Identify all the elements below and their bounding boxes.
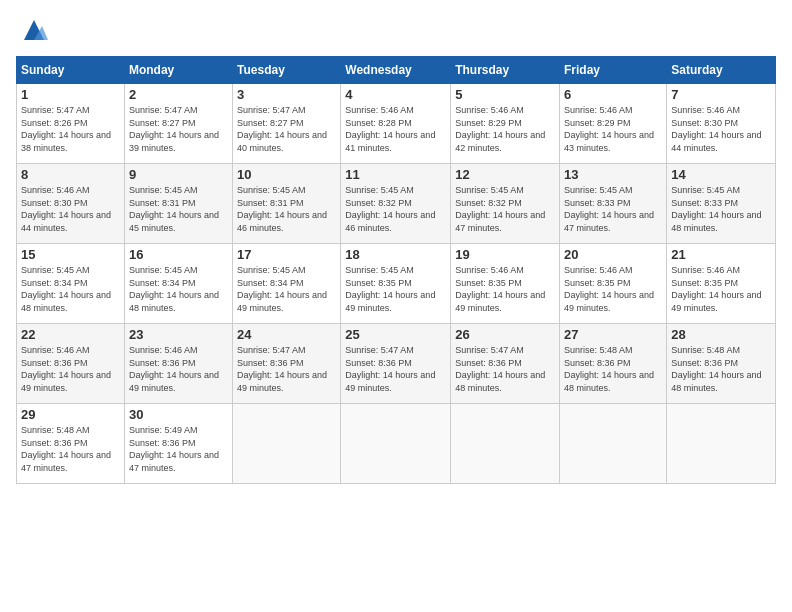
day-info: Sunrise: 5:45 AMSunset: 8:33 PMDaylight:… <box>564 184 662 234</box>
day-info: Sunrise: 5:46 AMSunset: 8:35 PMDaylight:… <box>564 264 662 314</box>
day-info: Sunrise: 5:47 AMSunset: 8:36 PMDaylight:… <box>455 344 555 394</box>
day-number: 11 <box>345 167 446 182</box>
day-number: 5 <box>455 87 555 102</box>
day-info: Sunrise: 5:47 AMSunset: 8:36 PMDaylight:… <box>345 344 446 394</box>
calendar-cell: 2Sunrise: 5:47 AMSunset: 8:27 PMDaylight… <box>124 84 232 164</box>
day-info: Sunrise: 5:47 AMSunset: 8:26 PMDaylight:… <box>21 104 120 154</box>
calendar-cell: 5Sunrise: 5:46 AMSunset: 8:29 PMDaylight… <box>451 84 560 164</box>
calendar-cell <box>667 404 776 484</box>
calendar-cell <box>451 404 560 484</box>
calendar-week-1: 1Sunrise: 5:47 AMSunset: 8:26 PMDaylight… <box>17 84 776 164</box>
day-info: Sunrise: 5:45 AMSunset: 8:33 PMDaylight:… <box>671 184 771 234</box>
day-info: Sunrise: 5:45 AMSunset: 8:31 PMDaylight:… <box>237 184 336 234</box>
calendar: SundayMondayTuesdayWednesdayThursdayFrid… <box>16 56 776 484</box>
calendar-header-row: SundayMondayTuesdayWednesdayThursdayFrid… <box>17 57 776 84</box>
calendar-cell: 27Sunrise: 5:48 AMSunset: 8:36 PMDayligh… <box>560 324 667 404</box>
calendar-cell: 1Sunrise: 5:47 AMSunset: 8:26 PMDaylight… <box>17 84 125 164</box>
calendar-cell: 3Sunrise: 5:47 AMSunset: 8:27 PMDaylight… <box>233 84 341 164</box>
calendar-cell: 4Sunrise: 5:46 AMSunset: 8:28 PMDaylight… <box>341 84 451 164</box>
calendar-cell: 8Sunrise: 5:46 AMSunset: 8:30 PMDaylight… <box>17 164 125 244</box>
day-number: 25 <box>345 327 446 342</box>
logo <box>16 16 48 44</box>
calendar-cell: 21Sunrise: 5:46 AMSunset: 8:35 PMDayligh… <box>667 244 776 324</box>
day-info: Sunrise: 5:46 AMSunset: 8:36 PMDaylight:… <box>129 344 228 394</box>
day-number: 9 <box>129 167 228 182</box>
day-info: Sunrise: 5:47 AMSunset: 8:36 PMDaylight:… <box>237 344 336 394</box>
calendar-cell: 7Sunrise: 5:46 AMSunset: 8:30 PMDaylight… <box>667 84 776 164</box>
calendar-cell: 23Sunrise: 5:46 AMSunset: 8:36 PMDayligh… <box>124 324 232 404</box>
calendar-cell: 30Sunrise: 5:49 AMSunset: 8:36 PMDayligh… <box>124 404 232 484</box>
calendar-cell: 28Sunrise: 5:48 AMSunset: 8:36 PMDayligh… <box>667 324 776 404</box>
day-info: Sunrise: 5:45 AMSunset: 8:34 PMDaylight:… <box>21 264 120 314</box>
day-number: 22 <box>21 327 120 342</box>
calendar-cell: 18Sunrise: 5:45 AMSunset: 8:35 PMDayligh… <box>341 244 451 324</box>
day-info: Sunrise: 5:46 AMSunset: 8:28 PMDaylight:… <box>345 104 446 154</box>
calendar-cell: 9Sunrise: 5:45 AMSunset: 8:31 PMDaylight… <box>124 164 232 244</box>
calendar-week-2: 8Sunrise: 5:46 AMSunset: 8:30 PMDaylight… <box>17 164 776 244</box>
day-number: 16 <box>129 247 228 262</box>
calendar-header-saturday: Saturday <box>667 57 776 84</box>
calendar-cell: 29Sunrise: 5:48 AMSunset: 8:36 PMDayligh… <box>17 404 125 484</box>
calendar-cell: 17Sunrise: 5:45 AMSunset: 8:34 PMDayligh… <box>233 244 341 324</box>
calendar-cell: 14Sunrise: 5:45 AMSunset: 8:33 PMDayligh… <box>667 164 776 244</box>
day-number: 3 <box>237 87 336 102</box>
day-info: Sunrise: 5:45 AMSunset: 8:34 PMDaylight:… <box>129 264 228 314</box>
calendar-cell: 16Sunrise: 5:45 AMSunset: 8:34 PMDayligh… <box>124 244 232 324</box>
calendar-cell: 22Sunrise: 5:46 AMSunset: 8:36 PMDayligh… <box>17 324 125 404</box>
day-info: Sunrise: 5:48 AMSunset: 8:36 PMDaylight:… <box>671 344 771 394</box>
calendar-cell: 10Sunrise: 5:45 AMSunset: 8:31 PMDayligh… <box>233 164 341 244</box>
day-info: Sunrise: 5:45 AMSunset: 8:34 PMDaylight:… <box>237 264 336 314</box>
day-info: Sunrise: 5:49 AMSunset: 8:36 PMDaylight:… <box>129 424 228 474</box>
day-info: Sunrise: 5:46 AMSunset: 8:35 PMDaylight:… <box>455 264 555 314</box>
day-number: 27 <box>564 327 662 342</box>
calendar-cell <box>341 404 451 484</box>
day-info: Sunrise: 5:45 AMSunset: 8:31 PMDaylight:… <box>129 184 228 234</box>
day-number: 14 <box>671 167 771 182</box>
day-number: 20 <box>564 247 662 262</box>
day-number: 2 <box>129 87 228 102</box>
calendar-cell: 11Sunrise: 5:45 AMSunset: 8:32 PMDayligh… <box>341 164 451 244</box>
calendar-cell: 15Sunrise: 5:45 AMSunset: 8:34 PMDayligh… <box>17 244 125 324</box>
calendar-cell: 13Sunrise: 5:45 AMSunset: 8:33 PMDayligh… <box>560 164 667 244</box>
calendar-cell: 20Sunrise: 5:46 AMSunset: 8:35 PMDayligh… <box>560 244 667 324</box>
day-info: Sunrise: 5:48 AMSunset: 8:36 PMDaylight:… <box>21 424 120 474</box>
calendar-cell: 19Sunrise: 5:46 AMSunset: 8:35 PMDayligh… <box>451 244 560 324</box>
day-info: Sunrise: 5:46 AMSunset: 8:35 PMDaylight:… <box>671 264 771 314</box>
day-number: 29 <box>21 407 120 422</box>
calendar-header-friday: Friday <box>560 57 667 84</box>
day-number: 12 <box>455 167 555 182</box>
calendar-header-thursday: Thursday <box>451 57 560 84</box>
day-info: Sunrise: 5:45 AMSunset: 8:32 PMDaylight:… <box>345 184 446 234</box>
calendar-week-3: 15Sunrise: 5:45 AMSunset: 8:34 PMDayligh… <box>17 244 776 324</box>
day-number: 30 <box>129 407 228 422</box>
day-number: 28 <box>671 327 771 342</box>
day-info: Sunrise: 5:45 AMSunset: 8:32 PMDaylight:… <box>455 184 555 234</box>
day-info: Sunrise: 5:46 AMSunset: 8:29 PMDaylight:… <box>455 104 555 154</box>
day-number: 21 <box>671 247 771 262</box>
day-number: 15 <box>21 247 120 262</box>
day-info: Sunrise: 5:48 AMSunset: 8:36 PMDaylight:… <box>564 344 662 394</box>
day-number: 24 <box>237 327 336 342</box>
day-number: 18 <box>345 247 446 262</box>
day-number: 7 <box>671 87 771 102</box>
calendar-cell: 24Sunrise: 5:47 AMSunset: 8:36 PMDayligh… <box>233 324 341 404</box>
calendar-cell: 26Sunrise: 5:47 AMSunset: 8:36 PMDayligh… <box>451 324 560 404</box>
calendar-cell: 12Sunrise: 5:45 AMSunset: 8:32 PMDayligh… <box>451 164 560 244</box>
calendar-week-4: 22Sunrise: 5:46 AMSunset: 8:36 PMDayligh… <box>17 324 776 404</box>
day-number: 10 <box>237 167 336 182</box>
calendar-cell: 25Sunrise: 5:47 AMSunset: 8:36 PMDayligh… <box>341 324 451 404</box>
calendar-week-5: 29Sunrise: 5:48 AMSunset: 8:36 PMDayligh… <box>17 404 776 484</box>
day-number: 1 <box>21 87 120 102</box>
header <box>16 16 776 44</box>
calendar-header-sunday: Sunday <box>17 57 125 84</box>
day-info: Sunrise: 5:47 AMSunset: 8:27 PMDaylight:… <box>237 104 336 154</box>
day-info: Sunrise: 5:46 AMSunset: 8:30 PMDaylight:… <box>671 104 771 154</box>
calendar-cell <box>560 404 667 484</box>
day-number: 19 <box>455 247 555 262</box>
day-info: Sunrise: 5:46 AMSunset: 8:29 PMDaylight:… <box>564 104 662 154</box>
logo-icon <box>20 16 48 44</box>
day-number: 4 <box>345 87 446 102</box>
day-number: 23 <box>129 327 228 342</box>
calendar-header-wednesday: Wednesday <box>341 57 451 84</box>
calendar-cell: 6Sunrise: 5:46 AMSunset: 8:29 PMDaylight… <box>560 84 667 164</box>
